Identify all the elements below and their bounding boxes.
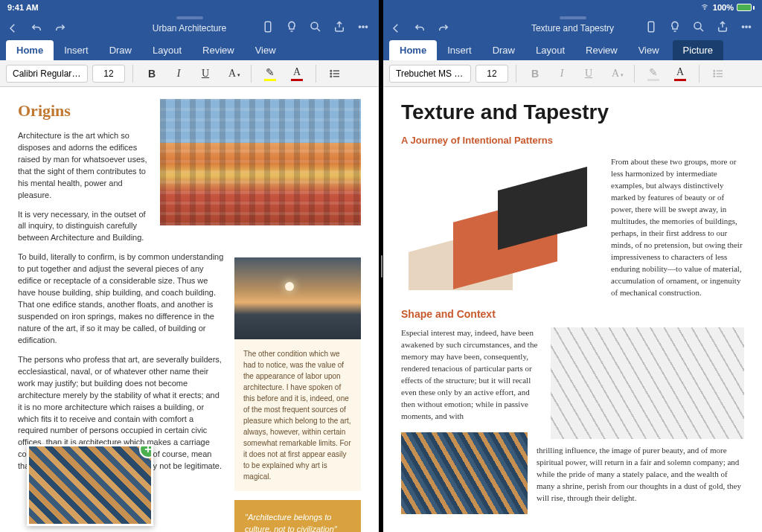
share-icon[interactable]	[333, 20, 346, 36]
quote-box: "Architecture belongs to culture, not to…	[234, 500, 361, 532]
svg-point-19	[714, 73, 715, 74]
bold-button[interactable]: B	[524, 63, 546, 84]
lightbulb-icon[interactable]	[285, 20, 298, 36]
tab-home[interactable]: Home	[6, 40, 54, 60]
tab-draw[interactable]: Draw	[482, 40, 525, 60]
drag-handle[interactable]	[176, 16, 203, 19]
svg-point-5	[330, 70, 332, 71]
format-bar: Trebuchet MS Re 12 B I U A▾ ✎ A	[383, 60, 762, 87]
redo-icon[interactable]	[437, 22, 450, 35]
font-format-button[interactable]: A▾	[221, 63, 243, 84]
ribbon-tabs: Home Insert Draw Layout Review View Pict…	[389, 40, 756, 60]
left-document-pane: 9:41 AM Urban Architecture Home Insert D…	[0, 0, 380, 532]
more-icon[interactable]	[740, 20, 753, 36]
document-canvas[interactable]: Origins Architecture is the art which so…	[0, 87, 379, 532]
tab-draw[interactable]: Draw	[99, 40, 142, 60]
redo-icon[interactable]	[54, 22, 67, 35]
share-icon[interactable]	[716, 20, 729, 36]
back-icon[interactable]	[389, 22, 403, 35]
tab-layout[interactable]: Layout	[525, 40, 575, 60]
sidebar-block: The other condition which we had to noti…	[234, 257, 361, 532]
separator	[251, 65, 252, 83]
undo-icon[interactable]	[413, 22, 426, 35]
right-header: Texture and Tapestry Home Insert Draw La…	[383, 15, 762, 60]
underline-button[interactable]: U	[577, 63, 600, 84]
highlight-button[interactable]: ✎	[642, 63, 665, 84]
svg-point-7	[330, 73, 332, 74]
tab-picture[interactable]: Picture	[673, 40, 723, 60]
image-sunset[interactable]	[234, 257, 361, 339]
separator	[516, 65, 516, 83]
right-document-pane: 100% Texture and Tapestry Home Insert	[383, 0, 762, 532]
section-heading: Shape and Context	[401, 307, 744, 321]
device-icon[interactable]	[644, 20, 658, 36]
image-abstract-shapes[interactable]	[401, 156, 602, 290]
document-canvas[interactable]: Texture and Tapestry A Journey of Intent…	[383, 87, 762, 532]
svg-point-21	[714, 76, 715, 77]
wifi-icon	[699, 3, 710, 12]
battery-percent: 100%	[713, 3, 734, 12]
font-format-button[interactable]: A▾	[604, 63, 627, 84]
tab-layout[interactable]: Layout	[142, 40, 192, 60]
bold-button[interactable]: B	[141, 63, 163, 84]
separator	[699, 65, 699, 83]
highlight-button[interactable]: ✎	[259, 63, 281, 84]
battery-icon	[737, 4, 755, 11]
quote-text: "Architecture belongs to culture, not to…	[245, 512, 350, 532]
tab-home[interactable]: Home	[389, 40, 437, 60]
heading-main: Texture and Tapestry	[401, 97, 744, 128]
more-icon[interactable]	[356, 20, 370, 36]
svg-point-3	[362, 26, 364, 28]
svg-point-1	[311, 22, 318, 29]
svg-point-14	[742, 26, 743, 28]
underline-button[interactable]: U	[194, 63, 217, 84]
image-triangular-pattern[interactable]	[551, 327, 744, 439]
svg-point-4	[365, 26, 367, 28]
font-color-button[interactable]: A	[669, 63, 691, 84]
tab-view[interactable]: View	[245, 40, 286, 60]
svg-point-17	[714, 70, 715, 71]
document-title[interactable]: Urban Architecture	[153, 23, 226, 33]
document-title[interactable]: Texture and Tapestry	[531, 23, 614, 33]
caption-text: The other condition which we had to noti…	[234, 339, 361, 491]
svg-rect-12	[648, 22, 654, 32]
italic-button[interactable]: I	[167, 63, 190, 84]
lightbulb-icon[interactable]	[668, 20, 682, 36]
tab-review[interactable]: Review	[192, 40, 245, 60]
separator	[316, 65, 316, 83]
status-bar: 100%	[383, 0, 762, 15]
add-image-icon[interactable]: +	[139, 444, 153, 458]
italic-button[interactable]: I	[551, 63, 573, 84]
separator	[634, 65, 635, 83]
svg-point-2	[359, 26, 360, 28]
tab-view[interactable]: View	[628, 40, 670, 60]
svg-rect-0	[265, 22, 271, 32]
font-family-select[interactable]: Trebuchet MS Re	[389, 65, 471, 83]
tab-insert[interactable]: Insert	[437, 40, 482, 60]
search-icon[interactable]	[309, 20, 322, 36]
font-size-select[interactable]: 12	[92, 65, 125, 83]
font-family-select[interactable]: Calibri Regular (B	[6, 65, 88, 83]
undo-icon[interactable]	[30, 22, 43, 35]
font-color-button[interactable]: A	[286, 63, 308, 84]
status-time: 9:41 AM	[7, 3, 39, 12]
image-building-facade[interactable]	[401, 432, 528, 514]
image-geometric-thumbnail[interactable]: +	[27, 444, 153, 526]
svg-point-16	[749, 26, 750, 28]
svg-point-13	[694, 22, 701, 29]
bullet-list-button[interactable]	[324, 63, 346, 84]
back-icon[interactable]	[6, 22, 19, 35]
status-bar: 9:41 AM	[0, 0, 379, 15]
search-icon[interactable]	[692, 20, 705, 36]
subheading: A Journey of Intentional Patterns	[401, 134, 744, 148]
bullet-list-button[interactable]	[707, 63, 729, 84]
image-colorful-buildings[interactable]	[160, 99, 361, 225]
format-bar: Calibri Regular (B 12 B I U A▾ ✎ A	[0, 60, 379, 87]
device-icon[interactable]	[261, 20, 275, 36]
left-header: Urban Architecture Home Insert Draw Layo…	[0, 15, 379, 60]
tab-insert[interactable]: Insert	[54, 40, 99, 60]
tab-review[interactable]: Review	[575, 40, 628, 60]
font-size-select[interactable]: 12	[476, 65, 508, 83]
ribbon-tabs: Home Insert Draw Layout Review View	[6, 40, 373, 60]
drag-handle[interactable]	[560, 16, 586, 19]
